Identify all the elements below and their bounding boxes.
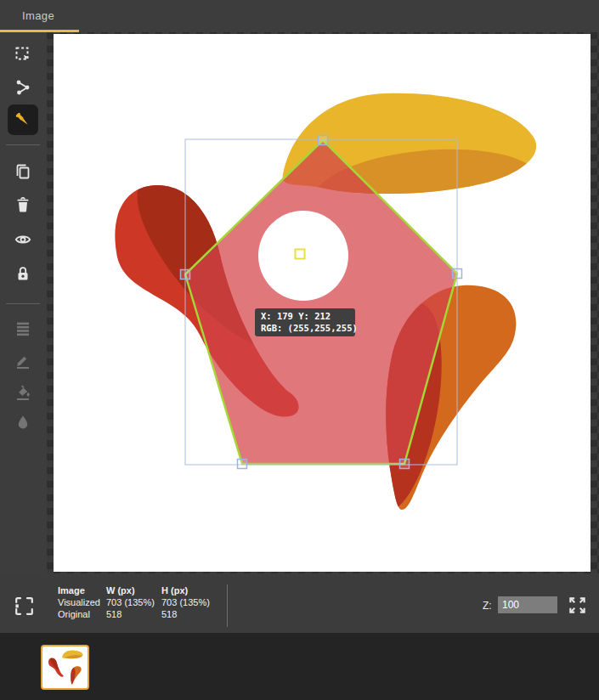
lock-tool[interactable] — [14, 265, 31, 282]
droplet-icon — [14, 414, 31, 431]
col-header-width: W (px) — [106, 585, 161, 597]
col-header-image: Image — [58, 585, 106, 597]
pencil-icon — [14, 353, 31, 370]
tooltip-rgb: RGB: (255,255,255) — [261, 322, 349, 334]
paint-bucket-icon — [14, 384, 31, 401]
fit-view-icon — [14, 596, 34, 616]
delete-tool[interactable] — [14, 196, 31, 213]
fit-view-button[interactable] — [14, 596, 34, 616]
row-original-width: 518 — [106, 609, 161, 621]
image-canvas[interactable]: X: 179 Y: 212 RGB: (255,255,255) — [54, 34, 591, 572]
fill-tool[interactable] — [14, 384, 31, 401]
circle-shape[interactable] — [258, 211, 348, 301]
lock-icon — [14, 265, 31, 282]
draw-tool[interactable] — [14, 353, 31, 370]
fullscreen-button[interactable] — [568, 596, 587, 615]
tool-rail — [0, 32, 47, 573]
eye-icon — [14, 231, 31, 248]
share-icon — [14, 79, 31, 96]
row-visualized-label: Visualized — [58, 597, 106, 609]
row-original-label: Original — [58, 609, 106, 621]
eyedropper-icon — [14, 111, 31, 128]
zoom-input[interactable] — [498, 596, 557, 613]
blur-tool[interactable] — [14, 414, 31, 431]
status-divider — [227, 584, 228, 627]
layers-icon — [14, 320, 31, 337]
handle-bottom-right[interactable] — [400, 460, 410, 469]
image-thumbnail[interactable] — [41, 645, 89, 690]
handle-right[interactable] — [453, 269, 462, 279]
rail-divider — [6, 144, 40, 145]
fullscreen-icon — [568, 596, 587, 615]
workspace: X: 179 Y: 212 RGB: (255,255,255) — [47, 32, 599, 573]
share-tool[interactable] — [14, 79, 31, 96]
tab-image[interactable]: Image — [0, 0, 79, 32]
handle-left[interactable] — [181, 270, 190, 279]
rail-divider — [6, 303, 40, 304]
zoom-label: Z: — [483, 600, 492, 612]
canvas-artwork — [54, 34, 591, 572]
header-bar: Image — [0, 0, 599, 32]
handle-top[interactable] — [319, 136, 328, 145]
image-editor-window: { "header": { "tab_label": "Image", "acc… — [0, 0, 599, 700]
color-picker-tool[interactable] — [14, 111, 31, 128]
marquee-select-icon — [14, 46, 31, 63]
visibility-tool[interactable] — [14, 231, 31, 248]
tab-image-label: Image — [22, 9, 54, 22]
tooltip-position: X: 179 Y: 212 — [261, 310, 349, 322]
copy-icon — [14, 163, 31, 180]
trash-icon — [14, 196, 31, 213]
thumbnail-artwork — [45, 649, 85, 686]
row-visualized-width: 703 (135%) — [106, 597, 161, 609]
thumbnail-panel — [0, 633, 599, 700]
handle-bottom-left[interactable] — [238, 460, 247, 469]
duplicate-tool[interactable] — [14, 163, 31, 180]
image-size-table: Image W (px) H (px) Visualized 703 (135%… — [58, 585, 238, 621]
layers-tool[interactable] — [14, 320, 31, 337]
pixel-info-tooltip: X: 179 Y: 212 RGB: (255,255,255) — [255, 308, 355, 336]
select-tool[interactable] — [14, 46, 31, 63]
